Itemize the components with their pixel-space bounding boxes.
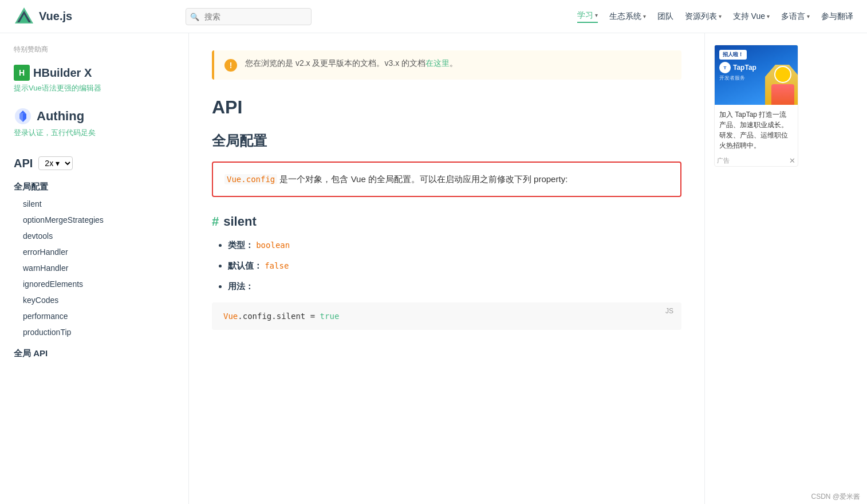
authing-icon [14,107,32,125]
prop-type: 类型： boolean [228,238,681,252]
section-global-config: 全局配置 [212,132,681,150]
subsection-silent: # silent [212,214,681,229]
authing-tagline: 登录认证，五行代码足矣 [14,128,175,138]
notice-text: 您在浏览的是 v2.x 及更早版本的文档。v3.x 的文档在这里。 [245,58,458,69]
hash-icon: # [212,214,219,229]
nav-item-ecosystem[interactable]: 生态系统 ▾ [609,11,646,22]
warning-icon: ! [224,59,237,72]
nav-item-resources[interactable]: 资源列表 ▾ [685,11,722,22]
sidebar-item-ignoredelements[interactable]: ignoredElements [0,276,188,292]
main-nav: 学习 ▾ 生态系统 ▾ 团队 资源列表 ▾ 支持 Vue ▾ 多语言 ▾ 参与翻… [577,10,853,23]
page-layout: 特别赞助商 H HBuilder X 提示Vue语法更强的编辑器 Authing… [0,33,867,504]
info-box: Vue.config 是一个对象，包含 Vue 的全局配置。可以在启动应用之前修… [212,162,681,197]
site-header: Vue.js 🔍 学习 ▾ 生态系统 ▾ 团队 资源列表 ▾ 支持 Vue ▾ … [0,0,867,33]
sidebar-item-optionmerge[interactable]: optionMergeStrategies [0,212,188,228]
sidebar-item-silent[interactable]: silent [0,196,188,212]
chevron-down-icon: ▾ [595,12,598,18]
default-value: false [265,261,289,270]
page-title: API [212,97,681,118]
vue-config-code: Vue.config [224,174,277,184]
prop-default: 默认值： false [228,259,681,273]
chevron-down-icon: ▾ [643,13,646,19]
ad-box: 招人啦！ T TapTap 开发者服务 [714,45,798,167]
silent-props-list: 类型： boolean 默认值： false 用法： [212,238,681,293]
version-select[interactable]: 2x ▾ 3x [38,156,73,170]
search-icon: 🔍 [190,12,199,21]
sponsor-hbuilder[interactable]: H HBuilder X 提示Vue语法更强的编辑器 [0,60,188,98]
logo[interactable]: Vue.js [14,6,82,27]
sponsor-authing[interactable]: Authing 登录认证，五行代码足矣 [0,103,188,143]
sidebar-item-errorhandler[interactable]: errorHandler [0,244,188,260]
hbuilder-tagline: 提示Vue语法更强的编辑器 [14,83,175,93]
sidebar-global-api-title[interactable]: 全局 API [0,342,188,363]
hbuilder-name: HBuilder X [33,66,92,80]
search-bar: 🔍 [186,8,312,25]
nav-item-team[interactable]: 团队 [657,11,673,22]
hbuilder-icon: H [14,65,30,81]
notice-link[interactable]: 在这里 [425,58,450,68]
ad-text: 加入 TapTap 打造一流产品、加速职业成长。研发、产品、运维职位火热招聘中。 [715,105,798,155]
nav-item-language[interactable]: 多语言 ▾ [781,11,810,22]
api-label: API [14,157,33,170]
sidebar-item-devtools[interactable]: devtools [0,228,188,244]
right-sidebar: 招人啦！ T TapTap 开发者服务 [704,33,807,504]
ad-image: 招人啦！ T TapTap 开发者服务 [715,45,798,105]
nav-item-learn[interactable]: 学习 ▾ [577,10,598,23]
notice-box: ! 您在浏览的是 v2.x 及更早版本的文档。v3.x 的文档在这里。 [212,50,681,80]
chevron-down-icon: ▾ [807,13,810,19]
prop-usage: 用法： [228,279,681,293]
api-version-row: API 2x ▾ 3x [0,147,188,176]
main-content: ! 您在浏览的是 v2.x 及更早版本的文档。v3.x 的文档在这里。 API … [189,33,704,504]
code-lang-label: JS [665,307,673,315]
chevron-down-icon: ▾ [719,13,722,19]
chevron-down-icon: ▾ [767,13,770,19]
sidebar-item-productiontip[interactable]: productionTip [0,324,188,340]
vue-logo-icon [14,6,34,27]
sidebar-item-keycodes[interactable]: keyCodes [0,292,188,308]
authing-name: Authing [37,109,84,124]
bottom-watermark: CSDN @爱米酱 [804,490,867,504]
sponsor-label: 特别赞助商 [0,45,188,60]
sidebar-item-warnhandler[interactable]: warnHandler [0,260,188,276]
search-input[interactable] [186,8,312,25]
sidebar-item-performance[interactable]: performance [0,308,188,324]
logo-text: Vue.js [39,10,72,23]
code-block-silent: JS Vue.config.silent = true [212,302,681,330]
ad-close-button[interactable]: ✕ [789,156,795,165]
sidebar: 特别赞助商 H HBuilder X 提示Vue语法更强的编辑器 Authing… [0,33,189,504]
ad-label: 广告 ✕ [715,155,798,166]
type-value: boolean [256,241,290,250]
nav-item-translate[interactable]: 参与翻译 [821,11,853,22]
sidebar-global-config-title[interactable]: 全局配置 [0,176,188,196]
nav-item-support[interactable]: 支持 Vue ▾ [733,11,770,22]
